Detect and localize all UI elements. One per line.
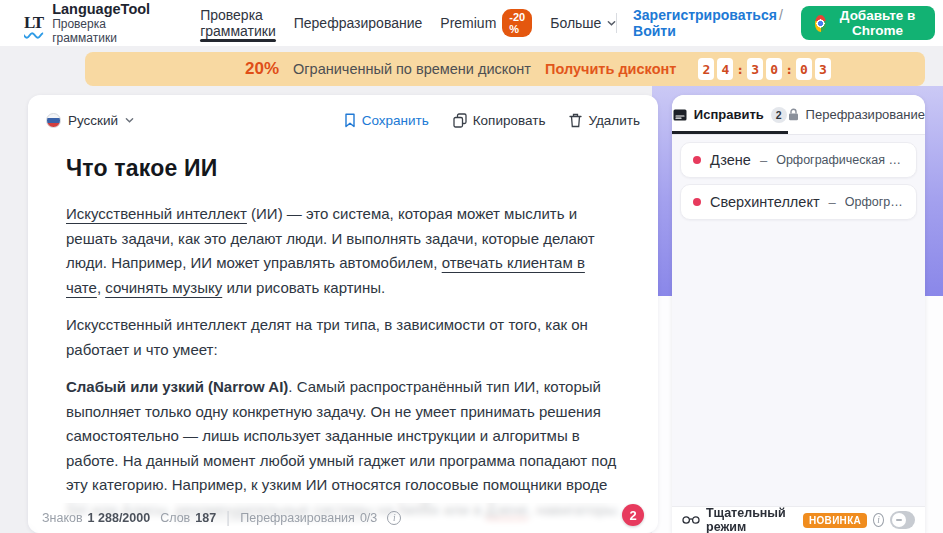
bookmark-icon (344, 113, 356, 128)
discount-label: Ограниченный по времени дисконт (293, 61, 531, 77)
picky-mode-toggle[interactable] (890, 511, 915, 529)
app-header: LT LanguageTool Проверка грамматики Пров… (0, 0, 943, 46)
tab-fix-label: Исправить (694, 107, 764, 122)
text-segment: сочинять музыку (105, 279, 222, 296)
words-value: 187 (195, 511, 216, 525)
lock-icon (788, 108, 799, 121)
document-title: Что такое ИИ (66, 155, 622, 182)
timer-digit: 3 (747, 58, 763, 80)
tab-fix[interactable]: Исправить 2 (672, 95, 788, 134)
discount-banner: 20% Ограниченный по времени дисконт Полу… (85, 52, 925, 86)
text-segment: Искусственный интеллект делят на три тип… (66, 316, 588, 358)
paragraph: Искусственный интеллект делят на три тип… (66, 313, 622, 362)
copy-icon (453, 113, 467, 128)
login-link[interactable]: Войти (633, 23, 676, 39)
chevron-down-icon (607, 19, 616, 28)
timer-digit: 0 (796, 58, 812, 80)
countdown-timer: 2 4 : 3 0 : 0 3 (698, 58, 831, 80)
toggle-knob (892, 513, 906, 527)
editor-toolbar: Русский Сохранить Копировать (28, 95, 658, 135)
chrome-icon (815, 15, 826, 32)
signup-link[interactable]: Зарегистрироваться (633, 7, 777, 23)
new-feature-badge: НОВИНКА (803, 513, 867, 528)
nav-more-label: Больше (550, 15, 601, 31)
tab-paraphrase[interactable]: Перефразирование (788, 95, 925, 134)
nav-grammar-label: Проверка грамматики (200, 7, 276, 39)
fix-icon (673, 109, 687, 121)
chars-value: 1 288/2000 (88, 511, 151, 525)
language-label: Русский (68, 113, 118, 128)
tab-paraphrase-label: Перефразирование (806, 107, 925, 122)
nav-premium-label: Premium (440, 15, 496, 31)
timer-colon: : (785, 62, 793, 77)
error-word: Дзене (710, 152, 751, 168)
document-body: Искусственный интеллект (ИИ) — это систе… (66, 202, 622, 533)
header-right: Зарегистрироваться/Войти Добавьте в Chro… (616, 6, 935, 40)
auth-links: Зарегистрироваться/Войти (633, 7, 785, 39)
info-icon[interactable]: i (873, 513, 884, 527)
error-count-badge[interactable]: 2 (622, 504, 644, 526)
error-dash: – (760, 153, 767, 168)
premium-discount-badge: -20 % (502, 9, 532, 37)
glasses-icon (682, 515, 700, 525)
timer-digit: 3 (815, 58, 831, 80)
text-segment: . Самый распространённый тип ИИ, который… (66, 378, 616, 518)
document-area[interactable]: Что такое ИИ Искусственный интеллект (ИИ… (28, 135, 658, 533)
status-divider: | (226, 509, 230, 527)
nav-premium[interactable]: Premium -20 % (440, 0, 532, 46)
timer-colon: : (736, 62, 744, 77)
paraphrase-count-value: 0/3 (360, 511, 377, 525)
nav-grammar-check[interactable]: Проверка грамматики (200, 0, 276, 46)
delete-button[interactable]: Удалить (569, 113, 640, 128)
error-card[interactable]: Сверхинтеллект – Орфографическая ош… (680, 184, 917, 220)
editor-statusbar: Знаков 1 288/2000 Слов 187 | Перефразиро… (28, 503, 658, 533)
paraphrase-count-label: Перефразирования (240, 511, 355, 525)
timer-digit: 0 (766, 58, 782, 80)
discount-percent: 20% (245, 59, 279, 79)
logo[interactable]: LT LanguageTool Проверка грамматики (24, 1, 150, 45)
header-divider (616, 13, 617, 33)
error-card[interactable]: Дзене – Орфографическая ошибка (680, 142, 917, 178)
text-segment: или рисовать картины. (222, 279, 385, 296)
error-type: Орфографическая ош… (845, 195, 904, 209)
editor-panel: Русский Сохранить Копировать (28, 95, 658, 533)
add-to-chrome-label: Добавьте в Chrome (834, 8, 921, 38)
chevron-down-icon (125, 116, 134, 125)
error-word: Сверхинтеллект (710, 194, 820, 210)
nav-more[interactable]: Больше (550, 0, 616, 46)
tab-fix-badge: 2 (771, 107, 787, 123)
error-dot-icon (693, 198, 701, 206)
trash-icon (569, 113, 582, 128)
paragraph: Искусственный интеллект (ИИ) — это систе… (66, 202, 622, 300)
language-selector[interactable]: Русский (46, 113, 134, 128)
copy-button[interactable]: Копировать (453, 113, 546, 128)
paragraph: Слабый или узкий (Narrow AI). Самый расп… (66, 375, 622, 522)
logo-title: LanguageTool (52, 1, 150, 17)
sidebar-footer: Тщательный режим НОВИНКА i (672, 506, 925, 533)
timer-digit: 2 (698, 58, 714, 80)
add-to-chrome-button[interactable]: Добавьте в Chrome (801, 6, 935, 40)
get-discount-link[interactable]: Получить дисконт (545, 61, 676, 77)
nav-paraphrase[interactable]: Перефразирование (294, 0, 423, 46)
lt-logo-icon: LT (24, 13, 43, 33)
error-dot-icon (693, 156, 701, 164)
nav-paraphrase-label: Перефразирование (294, 15, 423, 31)
error-dash: – (829, 195, 836, 210)
words-label: Слов (160, 511, 190, 525)
main-nav: Проверка грамматики Перефразирование Pre… (200, 0, 616, 46)
info-icon[interactable]: i (387, 511, 401, 525)
russian-flag-icon (46, 113, 61, 128)
error-type: Орфографическая ошибка (776, 153, 904, 167)
text-segment: , (97, 279, 105, 296)
auth-separator: / (777, 7, 785, 23)
logo-subtitle: Проверка грамматики (52, 17, 150, 45)
timer-digit: 4 (717, 58, 733, 80)
save-button[interactable]: Сохранить (344, 113, 429, 128)
chars-label: Знаков (42, 511, 83, 525)
text-segment: Искусственный интеллект (66, 205, 247, 222)
picky-mode-label: Тщательный режим (706, 506, 797, 533)
suggestions-sidebar: Исправить 2 Перефразирование Дзене – Орф… (672, 95, 925, 533)
error-card-list: Дзене – Орфографическая ошибка Сверхинте… (672, 135, 925, 506)
delete-label: Удалить (588, 113, 640, 128)
copy-label: Копировать (473, 113, 546, 128)
